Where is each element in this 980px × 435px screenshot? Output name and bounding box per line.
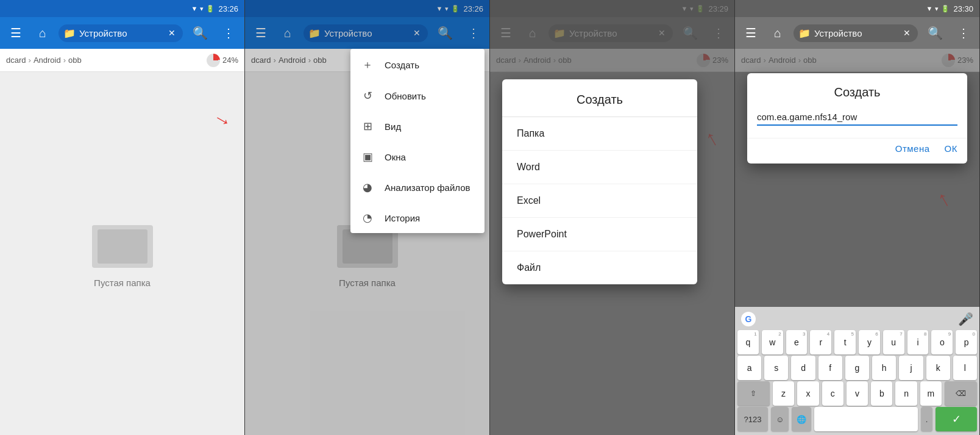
breadcrumb-1: dcard › Android › obb 24% [0, 49, 244, 72]
panel-4: ▼ ▾ 🔋 23:30 ☰ ⌂ 📁 Устройство ✕ 🔍 ⋮ dcard… [735, 0, 980, 435]
more-icon-1[interactable]: ⋮ [218, 21, 240, 45]
key-s[interactable]: s [764, 356, 788, 380]
wifi-icon-4: ▾ [935, 5, 939, 13]
key-backspace[interactable]: ⌫ [945, 381, 977, 406]
panel-2: ▼ ▾ 🔋 23:26 ☰ ⌂ 📁 Устройство ✕ 🔍 ⋮ dcard… [245, 0, 490, 435]
dialog-item-word[interactable]: Word [502, 151, 697, 184]
create-input-dialog: Создать Отмена ОК [747, 73, 967, 164]
cancel-button[interactable]: Отмена [895, 143, 930, 154]
create-icon: ＋ [360, 57, 375, 72]
key-f[interactable]: f [818, 356, 842, 380]
status-bar-4: ▼ ▾ 🔋 23:30 [735, 0, 979, 17]
status-icons-4: ▼ ▾ 🔋 [926, 5, 950, 13]
view-icon: ⊞ [360, 120, 375, 133]
key-g[interactable]: g [845, 356, 869, 380]
search-icon-1[interactable]: 🔍 [188, 21, 213, 45]
key-globe[interactable]: 🌐 [792, 407, 811, 431]
chip-label-4: Устройство [814, 28, 900, 38]
chip-close-1[interactable]: ✕ [168, 28, 176, 38]
key-shift[interactable]: ⇧ [737, 381, 770, 406]
key-r[interactable]: 4r [810, 330, 831, 354]
key-l[interactable]: l [953, 356, 977, 380]
folder-name-input[interactable] [757, 109, 957, 126]
status-icons-1: ▼ ▾ 🔋 [191, 5, 215, 13]
empty-folder-1: Пустая папка [92, 219, 153, 288]
menu-analyzer-label: Анализатор файлов [385, 182, 470, 193]
dialog-item-excel[interactable]: Excel [502, 184, 697, 218]
search-icon-4[interactable]: 🔍 [923, 21, 948, 45]
key-i[interactable]: 8i [907, 330, 929, 354]
key-p[interactable]: 0p [956, 330, 977, 354]
battery-icon-4: 🔋 [941, 5, 950, 13]
key-e[interactable]: 3e [786, 330, 808, 354]
home-icon-1[interactable]: ⌂ [32, 21, 54, 45]
mic-icon[interactable]: 🎤 [958, 312, 973, 326]
more-icon-4[interactable]: ⋮ [953, 21, 975, 45]
key-n[interactable]: n [895, 381, 917, 406]
device-icon-4: 📁 [798, 27, 811, 39]
keyboard-top-bar: G 🎤 [735, 309, 979, 329]
key-space[interactable] [814, 407, 917, 431]
key-enter[interactable]: ✓ [936, 407, 977, 431]
key-b[interactable]: b [871, 381, 892, 406]
key-z[interactable]: z [773, 381, 794, 406]
panel-1: ▼ ▾ 🔋 23:26 ☰ ⌂ 📁 Устройство ✕ 🔍 ⋮ dcard… [0, 0, 245, 435]
menu-windows[interactable]: ▣ Окна [350, 142, 485, 172]
key-period[interactable]: . [921, 407, 933, 431]
keyboard-4: G 🎤 1q 2w 3e 4r 5t 6y 7u 8i 9o 0p a s d … [735, 307, 979, 435]
menu-create-label: Создать [385, 60, 419, 70]
menu-view[interactable]: ⊞ Вид [350, 111, 485, 142]
ok-button[interactable]: ОК [945, 143, 957, 154]
create-dialog-3: Создать Папка Word Excel PowerPoint Файл [502, 79, 722, 284]
key-h[interactable]: h [872, 356, 896, 380]
dialog-item-powerpoint[interactable]: PowerPoint [502, 218, 697, 251]
menu-history[interactable]: ◔ История [350, 203, 485, 233]
key-d[interactable]: d [791, 356, 815, 380]
folder-icon-1 [92, 219, 153, 268]
content-1: Пустая папка ↓ [0, 72, 244, 435]
key-w[interactable]: 2w [762, 330, 783, 354]
menu-create[interactable]: ＋ Создать [350, 49, 485, 81]
refresh-icon: ↺ [360, 89, 375, 102]
key-j[interactable]: j [899, 356, 923, 380]
location-chip-1[interactable]: 📁 Устройство ✕ [59, 24, 183, 42]
history-icon: ◔ [360, 211, 375, 225]
home-icon-4[interactable]: ⌂ [767, 21, 789, 45]
key-u[interactable]: 7u [883, 330, 904, 354]
key-t[interactable]: 5t [834, 330, 856, 354]
keyboard-row-1: 1q 2w 3e 4r 5t 6y 7u 8i 9o 0p [737, 330, 977, 354]
menu-analyzer[interactable]: ◕ Анализатор файлов [350, 172, 485, 203]
keyboard-bottom-row: ?123 ☺ 🌐 . ✓ [737, 407, 977, 431]
folder-inner-1 [98, 229, 147, 264]
location-chip-4[interactable]: 📁 Устройство ✕ [794, 24, 918, 42]
menu-icon-1[interactable]: ☰ [5, 21, 27, 45]
dropdown-menu-2: ＋ Создать ↺ Обновить ⊞ Вид ▣ Окна ◕ Анал… [350, 49, 485, 233]
key-v[interactable]: v [847, 381, 868, 406]
panel-3: ▼ ▾ 🔋 23:29 ☰ ⌂ 📁 Устройство ✕ 🔍 ⋮ dcard… [490, 0, 735, 435]
app-bar-4: ☰ ⌂ 📁 Устройство ✕ 🔍 ⋮ [735, 17, 979, 49]
key-k[interactable]: k [926, 356, 950, 380]
dialog-item-folder[interactable]: Папка [502, 117, 697, 151]
app-bar-1: ☰ ⌂ 📁 Устройство ✕ 🔍 ⋮ [0, 17, 244, 49]
key-x[interactable]: x [797, 381, 818, 406]
key-y[interactable]: 6y [859, 330, 880, 354]
empty-label-1: Пустая папка [94, 278, 151, 288]
status-bar-1: ▼ ▾ 🔋 23:26 [0, 0, 244, 17]
key-emoji[interactable]: ☺ [771, 407, 789, 431]
key-o[interactable]: 9o [931, 330, 953, 354]
key-a[interactable]: a [737, 356, 761, 380]
key-num-switch[interactable]: ?123 [737, 407, 768, 431]
chip-close-4[interactable]: ✕ [903, 28, 911, 38]
key-m[interactable]: m [920, 381, 942, 406]
keyboard-row-2: a s d f g h j k l [737, 356, 977, 380]
bread-android-1: Android [34, 56, 61, 65]
dialog4-title: Создать [747, 85, 967, 109]
menu-icon-4[interactable]: ☰ [740, 21, 762, 45]
bread-dcard-1: dcard [6, 56, 26, 65]
signal-icon-4: ▼ [926, 5, 933, 12]
menu-refresh[interactable]: ↺ Обновить [350, 81, 485, 111]
key-c[interactable]: c [822, 381, 843, 406]
key-q[interactable]: 1q [737, 330, 759, 354]
dialog-item-file[interactable]: Файл [502, 251, 697, 284]
status-time-4: 23:30 [953, 4, 973, 13]
